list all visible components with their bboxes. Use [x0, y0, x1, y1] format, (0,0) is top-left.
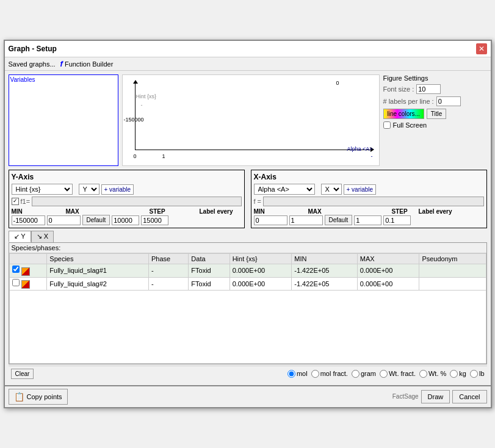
y-step-label: STEP: [150, 208, 167, 215]
fullscreen-checkbox[interactable]: [383, 121, 391, 129]
row1-hint: 0.000E+00: [229, 264, 292, 277]
radio-mol[interactable]: mol: [287, 370, 308, 378]
row1-min: -1.422E+05: [292, 264, 358, 277]
y-axis-type-dropdown[interactable]: Y: [79, 184, 99, 195]
radio-mol-input[interactable]: [287, 370, 295, 378]
x-min-label: MIN: [254, 208, 271, 215]
y-axis-plus-variable-button[interactable]: + variable: [101, 184, 134, 195]
radio-kg[interactable]: kg: [450, 370, 466, 378]
title-button[interactable]: Title: [427, 109, 447, 119]
menu-bar: Saved graphs... f Function Builder: [5, 57, 491, 71]
y-min-label: MIN: [12, 208, 29, 215]
radio-lb-input[interactable]: [470, 370, 478, 378]
footer-bar: 📋 Copy points FactSage Draw Cancel: [5, 385, 491, 407]
y-max-input[interactable]: [47, 215, 81, 225]
row2-check[interactable]: [9, 277, 47, 290]
factsage-logo: FactSage: [392, 393, 419, 400]
close-button[interactable]: ✕: [476, 43, 487, 54]
row1-checkbox[interactable]: [12, 266, 20, 273]
tabs-row: ↙ Y ↘ X: [9, 231, 487, 242]
y-axis-minmax-inputs: Default: [12, 215, 242, 225]
function-builder-menu[interactable]: f Function Builder: [60, 59, 114, 68]
y-axis-minmax-labels: MIN MAX STEP Label every: [12, 208, 242, 215]
y-axis-title: Y-Axis: [12, 173, 242, 181]
species-header: Species/phases:: [9, 243, 486, 253]
col-hint: Hint {xs}: [229, 254, 292, 264]
col-pseudonym: Pseudonym: [419, 254, 486, 264]
radio-mol-fract-input[interactable]: [311, 370, 319, 378]
tab-y[interactable]: ↙ Y: [9, 231, 31, 242]
fullscreen-row: Full Screen: [383, 121, 487, 129]
title-bar: Graph - Setup ✕: [5, 41, 491, 57]
window-title: Graph - Setup: [9, 45, 57, 53]
x-step-input[interactable]: [354, 215, 381, 225]
graph-preview: 0 Hint {xs} - -150000 0 1 Alpha <A> -: [122, 74, 380, 166]
copy-points-button[interactable]: 📋 Copy points: [9, 389, 68, 405]
tab-x[interactable]: ↘ X: [31, 231, 54, 242]
copy-points-label: Copy points: [27, 393, 62, 400]
y-axis-variable-dropdown[interactable]: Hint {xs}: [12, 184, 73, 195]
empty-cell: [9, 290, 486, 363]
row1-check[interactable]: [9, 264, 47, 277]
content-area: Variables 0 Hint {xs} - -150000 0 1 Alph…: [5, 71, 491, 385]
y-min-input[interactable]: [12, 215, 45, 225]
col-phase: Phase: [149, 254, 189, 264]
x-axis-type-dropdown[interactable]: X: [321, 184, 342, 195]
clear-button[interactable]: Clear: [11, 369, 34, 379]
y-step-input[interactable]: [112, 215, 139, 225]
x-axis-minmax-labels: MIN MAX STEP Label every: [254, 208, 484, 215]
x-max-input[interactable]: [289, 215, 323, 225]
x-label-every-input[interactable]: [383, 215, 411, 225]
x-axis-title: X-Axis: [254, 173, 484, 181]
x-default-button[interactable]: Default: [325, 215, 353, 225]
row2-checkbox[interactable]: [12, 279, 20, 286]
labels-per-line-input[interactable]: [436, 96, 461, 106]
species-section: Species/phases: Species Phase Data Hint …: [9, 242, 487, 364]
y-axis-f1-input[interactable]: [32, 197, 241, 206]
radio-gram[interactable]: gram: [352, 370, 376, 378]
footer-right: FactSage Draw Cancel: [392, 390, 487, 403]
y-label-every-input[interactable]: [141, 215, 168, 225]
main-window: Graph - Setup ✕ Saved graphs... f Functi…: [4, 40, 492, 408]
line-colors-button[interactable]: line colors...: [383, 109, 424, 119]
row2-species: Fully_liquid_slag#2: [47, 277, 149, 290]
radio-wt-pct-input[interactable]: [419, 370, 427, 378]
row1-data: FToxid: [189, 264, 229, 277]
radio-wt-fract[interactable]: Wt. fract.: [380, 370, 416, 378]
row2-icon: [21, 280, 30, 289]
y-axis-variable-row: Hint {xs} Y + variable: [12, 184, 242, 195]
y-axis-f1-checkbox[interactable]: [12, 198, 19, 205]
col-species: Species: [47, 254, 149, 264]
radio-kg-input[interactable]: [450, 370, 458, 378]
graph-y-max-label: 0: [336, 80, 339, 86]
x-axis-variable-row: Alpha <A> X + variable: [254, 184, 484, 195]
cancel-button[interactable]: Cancel: [452, 390, 486, 403]
font-size-input[interactable]: [416, 84, 441, 94]
x-axis-minmax-inputs: Default: [254, 215, 484, 225]
radio-wt-fract-input[interactable]: [380, 370, 388, 378]
y-default-button[interactable]: Default: [82, 215, 110, 225]
radio-gram-input[interactable]: [352, 370, 360, 378]
graph-x-min-label: 0: [134, 153, 137, 159]
x-axis-variable-dropdown[interactable]: Alpha <A>: [254, 184, 315, 195]
table-row: Fully_liquid_slag#2 - FToxid 0.000E+00 -…: [9, 277, 486, 290]
graph-y-axis: [135, 81, 135, 150]
labels-per-line-row: # labels per line :: [383, 96, 487, 106]
variables-label: Variables: [10, 76, 117, 83]
x-min-input[interactable]: [254, 215, 287, 225]
graph-canvas: 0 Hint {xs} - -150000 0 1 Alpha <A> -: [123, 75, 379, 165]
radio-mol-fract[interactable]: mol fract.: [311, 370, 348, 378]
radio-wt-pct[interactable]: Wt. %: [419, 370, 446, 378]
col-data: Data: [189, 254, 229, 264]
draw-button[interactable]: Draw: [421, 390, 450, 403]
x-axis-plus-variable-button[interactable]: + variable: [344, 184, 377, 195]
font-size-label: Font size :: [383, 85, 414, 93]
radio-lb[interactable]: lb: [470, 370, 485, 378]
col-max: MAX: [357, 254, 419, 264]
row1-phase: -: [149, 264, 189, 277]
x-axis-f-input[interactable]: [263, 197, 483, 206]
graph-hint-dash: -: [141, 102, 143, 108]
graph-x-max-label: 1: [162, 153, 165, 159]
table-row: Fully_liquid_slag#1 - FToxid 0.000E+00 -…: [9, 264, 486, 277]
saved-graphs-menu[interactable]: Saved graphs...: [9, 60, 56, 68]
